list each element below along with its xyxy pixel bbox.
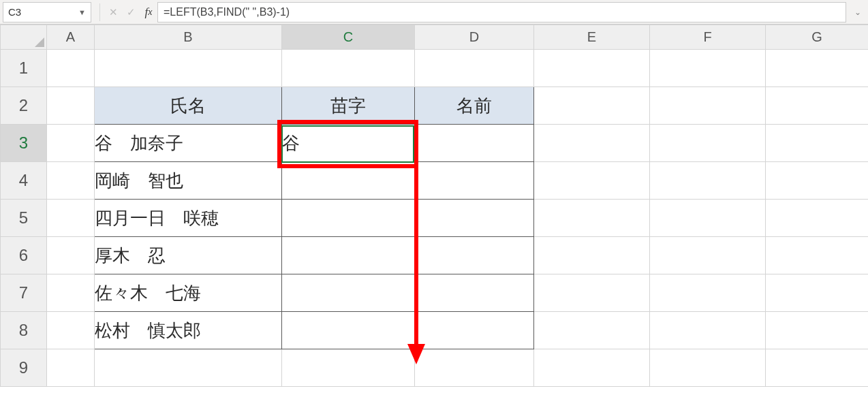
cell-B9[interactable] xyxy=(95,349,282,387)
enter-icon[interactable]: ✓ xyxy=(122,2,140,22)
cell-D9[interactable] xyxy=(415,349,534,387)
cell-E3[interactable] xyxy=(534,125,650,162)
cell-B7[interactable]: 佐々木 七海 xyxy=(95,274,282,312)
cell-C8[interactable] xyxy=(282,312,415,349)
cell-A9[interactable] xyxy=(47,349,95,387)
worksheet-grid[interactable]: A B C D E F G 1 2 xyxy=(0,25,868,410)
cell-E2[interactable] xyxy=(534,87,650,125)
cell-G7[interactable] xyxy=(766,274,869,312)
cell-A1[interactable] xyxy=(47,50,95,87)
cell-D7[interactable] xyxy=(415,274,534,312)
cell-D1[interactable] xyxy=(415,50,534,87)
cell-B8[interactable]: 松村 慎太郎 xyxy=(95,312,282,349)
fx-icon[interactable]: fx xyxy=(140,2,157,22)
cell-E6[interactable] xyxy=(534,237,650,274)
cell-A6[interactable] xyxy=(47,237,95,274)
row-header-5[interactable]: 5 xyxy=(1,200,47,237)
cell-G3[interactable] xyxy=(766,125,869,162)
cell-F5[interactable] xyxy=(650,200,766,237)
cell-A3[interactable] xyxy=(47,125,95,162)
cell-E9[interactable] xyxy=(534,349,650,387)
expand-formula-bar-icon[interactable]: ⌄ xyxy=(850,7,865,17)
cell-A7[interactable] xyxy=(47,274,95,312)
cell-C2[interactable]: 苗字 xyxy=(282,87,415,125)
formula-bar: C3 ▼ ✕ ✓ fx =LEFT(B3,FIND(" ",B3)-1) ⌄ xyxy=(0,0,868,25)
cell-B2[interactable]: 氏名 xyxy=(95,87,282,125)
col-header-D[interactable]: D xyxy=(415,25,534,50)
cell-B3[interactable]: 谷 加奈子 xyxy=(95,125,282,162)
cell-C5[interactable] xyxy=(282,200,415,237)
col-header-B[interactable]: B xyxy=(95,25,282,50)
cell-C4[interactable] xyxy=(282,162,415,200)
cell-D3[interactable] xyxy=(415,125,534,162)
cell-F8[interactable] xyxy=(650,312,766,349)
cell-C1[interactable] xyxy=(282,50,415,87)
row-header-3[interactable]: 3 xyxy=(1,125,47,162)
cell-B1[interactable] xyxy=(95,50,282,87)
cell-B4[interactable]: 岡崎 智也 xyxy=(95,162,282,200)
separator xyxy=(99,3,100,21)
row-header-4[interactable]: 4 xyxy=(1,162,47,200)
cell-D4[interactable] xyxy=(415,162,534,200)
cell-G4[interactable] xyxy=(766,162,869,200)
dropdown-icon[interactable]: ▼ xyxy=(78,8,86,16)
column-header-row: A B C D E F G xyxy=(1,25,869,50)
row-header-9[interactable]: 9 xyxy=(1,349,47,387)
cell-A4[interactable] xyxy=(47,162,95,200)
cell-F7[interactable] xyxy=(650,274,766,312)
col-header-C[interactable]: C xyxy=(282,25,415,50)
col-header-G[interactable]: G xyxy=(766,25,869,50)
cell-E5[interactable] xyxy=(534,200,650,237)
cell-D6[interactable] xyxy=(415,237,534,274)
cell-F3[interactable] xyxy=(650,125,766,162)
cell-E4[interactable] xyxy=(534,162,650,200)
select-all-corner[interactable] xyxy=(1,25,47,50)
cell-G2[interactable] xyxy=(766,87,869,125)
cell-E1[interactable] xyxy=(534,50,650,87)
cell-A5[interactable] xyxy=(47,200,95,237)
cancel-icon[interactable]: ✕ xyxy=(104,2,122,22)
cell-A2[interactable] xyxy=(47,87,95,125)
cell-C9[interactable] xyxy=(282,349,415,387)
cell-E8[interactable] xyxy=(534,312,650,349)
col-header-F[interactable]: F xyxy=(650,25,766,50)
col-header-A[interactable]: A xyxy=(47,25,95,50)
row-header-6[interactable]: 6 xyxy=(1,237,47,274)
formula-text: =LEFT(B3,FIND(" ",B3)-1) xyxy=(164,6,290,18)
row-header-2[interactable]: 2 xyxy=(1,87,47,125)
row-header-8[interactable]: 8 xyxy=(1,312,47,349)
cell-G5[interactable] xyxy=(766,200,869,237)
formula-input[interactable]: =LEFT(B3,FIND(" ",B3)-1) xyxy=(157,2,846,22)
cell-F9[interactable] xyxy=(650,349,766,387)
cell-F2[interactable] xyxy=(650,87,766,125)
cell-G8[interactable] xyxy=(766,312,869,349)
cell-B6[interactable]: 厚木 忍 xyxy=(95,237,282,274)
cell-C7[interactable] xyxy=(282,274,415,312)
cell-E7[interactable] xyxy=(534,274,650,312)
cell-G9[interactable] xyxy=(766,349,869,387)
cell-F6[interactable] xyxy=(650,237,766,274)
cell-F4[interactable] xyxy=(650,162,766,200)
name-box-value: C3 xyxy=(8,6,21,18)
cell-C3[interactable]: 谷 xyxy=(282,125,415,162)
cell-G1[interactable] xyxy=(766,50,869,87)
cell-C6[interactable] xyxy=(282,237,415,274)
cell-D5[interactable] xyxy=(415,200,534,237)
cell-A8[interactable] xyxy=(47,312,95,349)
cell-B5[interactable]: 四月一日 咲穂 xyxy=(95,200,282,237)
row-header-7[interactable]: 7 xyxy=(1,274,47,312)
cell-F1[interactable] xyxy=(650,50,766,87)
col-header-E[interactable]: E xyxy=(534,25,650,50)
cell-D8[interactable] xyxy=(415,312,534,349)
name-box[interactable]: C3 ▼ xyxy=(3,2,91,22)
cell-G6[interactable] xyxy=(766,237,869,274)
cell-D2[interactable]: 名前 xyxy=(415,87,534,125)
row-header-1[interactable]: 1 xyxy=(1,50,47,87)
